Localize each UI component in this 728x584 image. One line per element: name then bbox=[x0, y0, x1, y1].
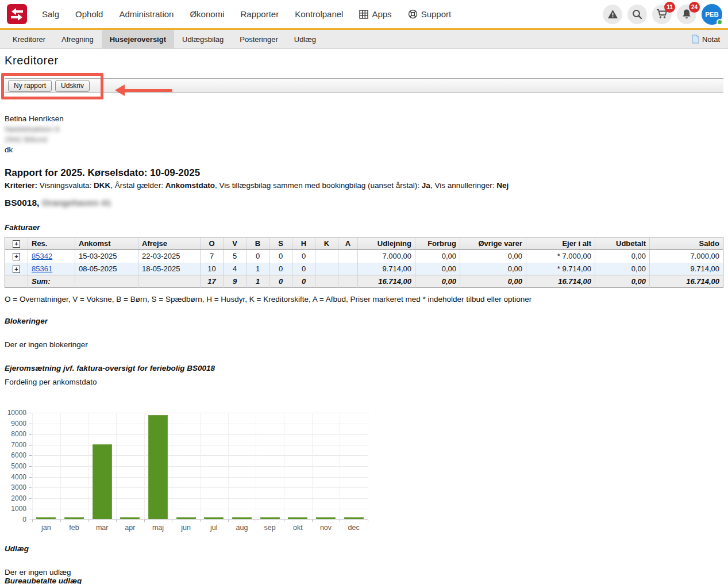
cell-ovrige: 0,00 bbox=[460, 250, 526, 263]
note-document-icon bbox=[692, 34, 699, 44]
support-lifering-icon bbox=[408, 9, 418, 19]
top-header-bar: Salg Ophold Administration Økonomi Rappo… bbox=[0, 0, 728, 30]
cell-v: 5 bbox=[224, 250, 246, 263]
cell-saldo: 9.714,00 bbox=[650, 263, 723, 275]
notifications-button[interactable]: 24 bbox=[677, 5, 696, 24]
column-header: Udbetalt bbox=[595, 237, 650, 250]
y-axis-tick-label: 8000 bbox=[5, 430, 26, 438]
nav-okonomi[interactable]: Økonomi bbox=[190, 9, 224, 19]
column-header: Ankomst bbox=[75, 237, 138, 250]
nav-apps[interactable]: Apps bbox=[359, 9, 391, 19]
nav-support[interactable]: Support bbox=[408, 9, 452, 19]
y-axis-tick-label: 5000 bbox=[5, 462, 26, 470]
notifications-count-badge: 24 bbox=[689, 2, 700, 13]
tab-udlaeg[interactable]: Udlæg bbox=[286, 30, 324, 48]
sum-cell: 16.714,00 bbox=[526, 275, 595, 288]
sum-cell: 0 bbox=[269, 275, 292, 288]
apps-grid-icon bbox=[359, 10, 368, 19]
column-header: S bbox=[269, 237, 292, 250]
x-axis-tick-label: dec bbox=[340, 524, 368, 532]
recipient-street-redacted: Nøddebakken 6 bbox=[5, 124, 723, 135]
fakturaer-heading: Fakturaer bbox=[5, 223, 723, 232]
column-header: Øvrige varer bbox=[460, 237, 526, 250]
cell-afrejse: 18-05-2025 bbox=[138, 263, 201, 275]
property-heading: BS0018, Orangehaven 41 bbox=[5, 198, 723, 208]
cell-b: 1 bbox=[246, 263, 269, 275]
bar-maj bbox=[148, 415, 168, 519]
sum-cell bbox=[138, 275, 201, 288]
search-button[interactable] bbox=[627, 5, 647, 24]
cell-b: 0 bbox=[246, 250, 269, 263]
criteria-currency: DKK bbox=[94, 181, 110, 190]
sum-cell: 9 bbox=[224, 275, 246, 288]
reservation-link[interactable]: 85361 bbox=[32, 264, 52, 273]
alerts-warning-button[interactable] bbox=[603, 5, 622, 24]
tab-afregning[interactable]: Afregning bbox=[53, 30, 102, 48]
nav-ophold[interactable]: Ophold bbox=[75, 9, 103, 19]
nav-rapporter[interactable]: Rapporter bbox=[240, 9, 279, 19]
new-report-button[interactable]: Ny rapport bbox=[8, 80, 52, 92]
tab-kreditorer[interactable]: Kreditorer bbox=[5, 30, 53, 48]
tab-husejeroversigt[interactable]: Husejeroversigt bbox=[102, 30, 174, 48]
column-header: Res. bbox=[28, 237, 75, 250]
x-axis-tick-label: jun bbox=[172, 524, 200, 532]
cell-udlejning: 7.000,00 bbox=[358, 250, 415, 263]
column-header: A bbox=[338, 237, 358, 250]
nav-support-label: Support bbox=[421, 9, 452, 19]
nav-administration[interactable]: Administration bbox=[119, 9, 174, 19]
bar-okt bbox=[288, 517, 307, 519]
invoices-table-header: +Res.AnkomstAfrejseOVBSHKAUdlejningForbr… bbox=[5, 237, 723, 250]
bar-jul bbox=[204, 517, 224, 519]
nav-kontrolpanel[interactable]: Kontrolpanel bbox=[295, 9, 343, 19]
x-axis-tick-label: okt bbox=[284, 524, 311, 532]
cell-ankomst: 15-03-2025 bbox=[75, 250, 138, 263]
app-logo-icon[interactable] bbox=[7, 4, 27, 24]
cell-a bbox=[338, 263, 358, 275]
criteria-year-basis: Ankomstdato bbox=[165, 181, 215, 190]
expand-all-column-header: + bbox=[5, 237, 28, 250]
top-action-icons: 11 24 PEB bbox=[603, 4, 722, 25]
ejeromsaetning-heading: Ejeromsætning jvf. faktura-oversigt for … bbox=[5, 364, 723, 372]
property-address-redacted: Orangehaven 41 bbox=[42, 198, 111, 208]
bar-jun bbox=[176, 517, 196, 519]
invoices-table: +Res.AnkomstAfrejseOVBSHKAUdlejningForbr… bbox=[5, 237, 723, 288]
y-axis-tick-label: 0 bbox=[5, 516, 26, 524]
y-axis-tick-label: 1000 bbox=[5, 505, 26, 513]
bar-feb bbox=[64, 517, 84, 519]
main-navigation: Salg Ophold Administration Økonomi Rappo… bbox=[42, 9, 451, 19]
cell-udbetalt: 0,00 bbox=[595, 263, 650, 275]
tab-posteringer[interactable]: Posteringer bbox=[232, 30, 286, 48]
blokeringer-empty-text: Der er ingen blokeringer bbox=[5, 340, 723, 349]
x-axis-tick-label: sep bbox=[256, 524, 284, 532]
nav-salg[interactable]: Salg bbox=[42, 9, 59, 19]
cell-ejer: * 7.000,00 bbox=[526, 250, 595, 263]
sum-cell: 17 bbox=[201, 275, 224, 288]
invoice-row: +8534215-03-202522-03-2025750007.000,000… bbox=[5, 250, 723, 263]
notat-label: Notat bbox=[702, 35, 720, 44]
expand-row-button[interactable]: + bbox=[13, 253, 20, 260]
y-axis-tick-label: 10000 bbox=[5, 409, 26, 417]
sum-cell: 0,00 bbox=[415, 275, 460, 288]
cart-button[interactable]: 11 bbox=[652, 5, 672, 24]
column-header: Saldo bbox=[650, 237, 723, 250]
avatar-initials: PEB bbox=[705, 11, 719, 18]
expand-row-button[interactable]: + bbox=[13, 266, 20, 273]
report-heading: Rapport for 2025. Kørselsdato: 10-09-202… bbox=[5, 167, 723, 179]
chart-subtitle: Fordeling per ankomstdato bbox=[5, 378, 723, 386]
column-header: O bbox=[201, 237, 224, 250]
tab-udlaegsbilag[interactable]: Udlægsbilag bbox=[174, 30, 232, 48]
nav-apps-label: Apps bbox=[372, 9, 391, 19]
cell-saldo: 7.000,00 bbox=[650, 250, 723, 263]
x-axis-tick-label: mar bbox=[88, 524, 116, 532]
sum-label: Sum: bbox=[28, 275, 75, 288]
print-button[interactable]: Udskriv bbox=[55, 80, 90, 92]
udlaeg-heading: Udlæg bbox=[5, 544, 723, 553]
expand-all-button[interactable]: + bbox=[13, 240, 20, 248]
y-axis-tick-label: 4000 bbox=[5, 473, 26, 481]
reservation-link[interactable]: 85342 bbox=[32, 252, 52, 260]
user-avatar[interactable]: PEB bbox=[702, 4, 722, 25]
cell-ankomst: 08-05-2025 bbox=[75, 263, 138, 275]
chart-plot-area bbox=[32, 413, 368, 520]
notat-button[interactable]: Notat bbox=[692, 30, 723, 48]
column-header: K bbox=[315, 237, 338, 250]
